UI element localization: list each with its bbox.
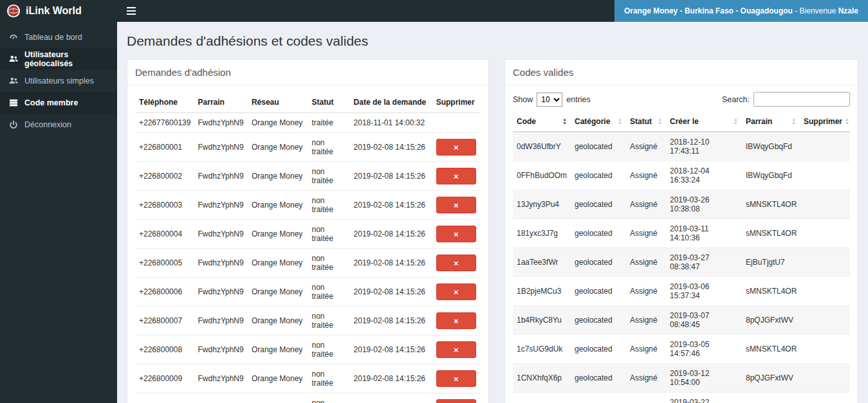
column-header-categorie[interactable]: Catégorie ▲▼ (571, 112, 626, 132)
org-location-text: Orange Money - Burkina Faso - Ouagadougo… (624, 6, 793, 15)
column-label: Créer le (670, 117, 699, 126)
sidebar-item-logout[interactable]: Déconnexion (0, 114, 117, 136)
statut-cell: non traitée (308, 133, 349, 162)
cree-le-cell: 2019-03-07 08:48:45 (666, 306, 742, 335)
table-row: 0FFhBudOOm geolocated Assigné 2018-12-04… (513, 161, 850, 190)
delete-button[interactable]: × (436, 168, 476, 184)
column-header-supprimer[interactable]: Supprimer ▲▼ (800, 112, 850, 132)
parrain-cell: FwdhzYphN9 (194, 364, 248, 393)
sidebar-item-users-geolocated[interactable]: Utilisateurs géolocalisés (0, 48, 117, 70)
sort-icon: ▲▼ (658, 118, 662, 125)
column-header-parrain[interactable]: Parrain ▲▼ (742, 112, 800, 132)
parrain-cell: FwdhzYphN9 (194, 191, 248, 220)
telephone-cell: +226800003 (135, 191, 194, 220)
parrain-cell: FwdhzYphN9 (194, 249, 248, 278)
table-row: +226800001 FwdhzYphN9 Orange Money non t… (135, 133, 481, 162)
categorie-cell: geolocated (571, 219, 626, 248)
statut-cell: Assigné (626, 364, 666, 393)
date-cell: 2019-02-08 14:15:26 (350, 336, 432, 364)
parrain-cell: EjBuTjgtU7 (742, 248, 800, 277)
code-cell: 1CNXhfqX6p (513, 364, 571, 393)
sidebar-item-users-simple[interactable]: Utilisateurs simples (0, 70, 117, 92)
date-cell: 2019-02-08 14:15:26 (350, 249, 432, 278)
categorie-cell: geolocated (571, 364, 626, 393)
cree-le-cell: 2019-03-11 14:10:36 (666, 219, 742, 248)
telephone-cell: +226800002 (135, 162, 194, 191)
statut-cell: non traitée (308, 364, 349, 393)
delete-button[interactable]: × (436, 341, 476, 358)
sidebar-item-label: Tableau de bord (24, 33, 82, 42)
search-control: Search: (722, 92, 850, 107)
date-cell: 2018-11-01 14:00:32 (350, 113, 432, 133)
codes-panel: Codes valides Show 10 entries Search: (504, 59, 858, 403)
sort-icon: ▲▼ (791, 118, 796, 125)
statut-cell: non traitée (308, 162, 349, 191)
column-header-statut: Statut (308, 92, 349, 113)
delete-button[interactable]: × (436, 139, 476, 156)
date-cell: 2019-02-08 14:15:26 (350, 307, 432, 336)
categorie-cell: geolocated (571, 248, 626, 277)
parrain-cell: FwdhzYphN9 (194, 336, 248, 364)
codes-table: Code ▲▼ Catégorie ▲▼ Statut ▲▼ (513, 112, 850, 403)
delete-button[interactable]: × (436, 283, 476, 300)
sidebar-item-member-code[interactable]: Code membre (0, 92, 117, 114)
column-header-code[interactable]: Code ▲▼ (513, 112, 571, 132)
parrain-cell: EjBuTjgtU7 (742, 393, 800, 403)
supprimer-cell (800, 306, 850, 335)
reseau-cell: Orange Money (248, 393, 308, 403)
separator-text: - (793, 6, 800, 15)
column-header-date: Date de la demande (350, 92, 432, 113)
categorie-cell: geolocated (571, 393, 626, 403)
cree-le-cell: 2019-03-26 10:38:08 (666, 190, 742, 219)
sidebar: Tableau de bord Utilisateurs géolocalisé… (0, 22, 117, 403)
statut-cell: non traitée (308, 393, 349, 403)
statut-cell: non traitée (308, 249, 349, 278)
table-row: +226800009 FwdhzYphN9 Orange Money non t… (135, 364, 481, 393)
menu-toggle-button[interactable] (117, 0, 145, 22)
column-label: Statut (630, 117, 652, 126)
table-row: +226800003 FwdhzYphN9 Orange Money non t… (135, 191, 481, 220)
sidebar-item-label: Code membre (24, 98, 78, 107)
parrain-cell: IBWqyGbqFd (742, 161, 800, 190)
column-label: Catégorie (575, 117, 610, 126)
parrain-cell: 8pQJGFxtWV (742, 306, 800, 335)
table-row: 13Jyny3Pu4 geolocated Assigné 2019-03-26… (513, 190, 850, 219)
column-header-statut[interactable]: Statut ▲▼ (626, 112, 666, 132)
table-row: 181yxc3J7g geolocated Assigné 2019-03-11… (513, 219, 850, 248)
sort-icon: ▲▼ (618, 118, 622, 125)
telephone-cell: +226800010 (135, 393, 194, 403)
delete-button[interactable]: × (436, 226, 476, 242)
reseau-cell: Orange Money (248, 307, 308, 336)
statut-cell: Assigné (626, 161, 666, 190)
delete-button[interactable]: × (436, 370, 476, 387)
username-text: Nzale (838, 6, 858, 15)
table-row: +226800007 FwdhzYphN9 Orange Money non t… (135, 307, 481, 336)
supprimer-cell: × (432, 133, 481, 162)
parrain-cell: FwdhzYphN9 (194, 278, 248, 307)
column-header-creer-le[interactable]: Créer le ▲▼ (666, 112, 742, 132)
sort-icon: ▲▼ (845, 118, 849, 125)
code-cell: 1aaTee3fWr (513, 248, 571, 277)
sidebar-item-label: Déconnexion (24, 120, 71, 129)
codes-table-controls: Show 10 entries Search: (505, 85, 858, 109)
requests-table-body: +22677600139 FwdhzYphN9 Orange Money tra… (135, 113, 481, 403)
delete-button[interactable]: × (436, 255, 476, 271)
column-label: Parrain (746, 117, 772, 126)
delete-button[interactable]: × (436, 197, 476, 213)
supprimer-cell: × (432, 393, 481, 403)
sidebar-item-dashboard[interactable]: Tableau de bord (0, 26, 117, 48)
delete-button[interactable]: × (436, 399, 476, 403)
delete-button[interactable]: × (436, 312, 476, 329)
page-length-select[interactable]: 10 (537, 93, 562, 107)
categorie-cell: geolocated (571, 161, 626, 190)
supprimer-cell (800, 393, 850, 403)
statut-cell: non traitée (308, 220, 349, 249)
column-header-supprimer: Supprimer (432, 92, 481, 113)
telephone-cell: +226800007 (135, 307, 194, 336)
brand-logo-icon (6, 4, 21, 18)
cree-le-cell: 2019-03-22 08:45:22 (666, 393, 742, 403)
cree-le-cell: 2018-12-04 16:33:24 (666, 161, 742, 190)
search-input[interactable] (753, 92, 850, 107)
telephone-cell: +226800008 (135, 336, 194, 364)
brand-link[interactable]: iLink World (0, 0, 117, 22)
